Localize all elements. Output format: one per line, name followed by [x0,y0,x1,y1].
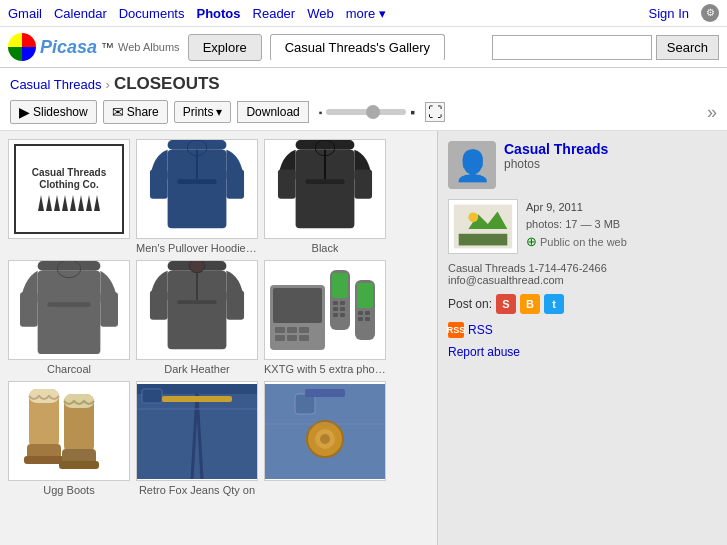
download-button[interactable]: Download [237,101,308,123]
nav-documents[interactable]: Documents [119,6,185,21]
svg-rect-69 [305,389,345,397]
list-item[interactable]: Casual ThreadsClothing Co. [8,139,130,254]
slideshow-icon: ▶ [19,104,30,120]
signin-link[interactable]: Sign In [649,6,689,21]
svg-rect-17 [100,292,118,326]
svg-rect-29 [275,327,285,333]
nav-gmail[interactable]: Gmail [8,6,42,21]
svg-rect-19 [47,302,90,307]
svg-rect-6 [177,179,216,184]
breadcrumb-parent[interactable]: Casual Threads [10,77,102,92]
slideshow-button[interactable]: ▶ Slideshow [10,100,97,124]
svg-rect-73 [459,234,508,246]
top-navigation: Gmail Calendar Documents Photos Reader W… [0,0,727,27]
phones-svg [265,265,385,355]
share-button[interactable]: ✉ Share [103,100,168,124]
nav-more[interactable]: more ▾ [346,6,386,21]
profile-name[interactable]: Casual Threads [504,141,608,157]
svg-rect-13 [305,179,344,184]
social-button-search[interactable]: S [496,294,516,314]
hoodie-blue-svg [137,140,257,238]
post-on-row: Post on: S B t [448,294,717,314]
slider-track[interactable] [326,109,406,115]
list-item[interactable] [264,381,386,496]
svg-rect-63 [162,396,232,402]
nav-photos[interactable]: Photos [196,6,240,21]
avatar: 👤 [448,141,496,189]
svg-rect-14 [38,261,101,271]
svg-rect-33 [287,335,297,341]
rss-icon: RSS [448,322,464,338]
svg-rect-3 [226,169,244,198]
list-item[interactable]: Retro Fox Jeans Qty on [136,381,258,496]
prints-button[interactable]: Prints ▾ [174,101,232,123]
list-item[interactable]: Men's Pullover Hoodie 320 [136,139,258,254]
size-slider[interactable]: ▪ ▪ [319,104,416,120]
search-button[interactable]: Search [656,35,719,60]
photo-thumb-denim[interactable] [264,381,386,481]
nav-calendar[interactable]: Calendar [54,6,107,21]
list-item[interactable]: KXTG with 5 extra phones [264,260,386,375]
slideshow-label: Slideshow [33,105,88,119]
svg-rect-45 [358,311,363,315]
download-label: Download [246,105,299,119]
post-on-label: Post on: [448,297,492,311]
svg-rect-30 [287,327,297,333]
hoodie-dark-svg [137,261,257,359]
rss-link[interactable]: RSS RSS [448,322,717,338]
search-box: Search [492,35,719,60]
album-thumb-svg [449,199,517,254]
svg-rect-41 [333,313,338,317]
list-item[interactable]: Ugg Boots [8,381,130,496]
photo-thumb-dark-hoodie[interactable] [136,260,258,360]
profile-sub: photos [504,157,608,171]
photo-label-boots: Ugg Boots [43,484,94,496]
search-input[interactable] [492,35,652,60]
tab-gallery[interactable]: Casual Threads's Gallery [270,34,445,61]
share-label: Share [127,105,159,119]
svg-rect-36 [332,273,348,298]
list-item[interactable]: Dark Heather [136,260,258,375]
profile-info: Casual Threads photos [504,141,608,171]
social-button-twitter[interactable]: t [544,294,564,314]
main-content: Casual ThreadsClothing Co. [0,131,727,545]
gear-icon[interactable]: ⚙ [701,4,719,22]
rss-label: RSS [468,323,493,337]
report-abuse-link[interactable]: Report abuse [448,345,520,359]
photo-label-phones: KXTG with 5 extra phones [264,363,386,375]
nav-reader[interactable]: Reader [253,6,296,21]
svg-rect-7 [296,140,355,150]
social-button-blogger[interactable]: B [520,294,540,314]
album-public: ⊕ Public on the web [526,232,627,252]
svg-rect-22 [150,290,168,319]
forward-icon[interactable]: » [707,102,717,123]
svg-rect-39 [333,307,338,311]
svg-rect-26 [177,300,216,304]
expand-button[interactable]: ⛶ [425,102,445,122]
photo-thumb-phones[interactable] [264,260,386,360]
svg-rect-28 [273,288,322,323]
svg-rect-37 [333,301,338,305]
tab-explore[interactable]: Explore [188,34,262,61]
photo-thumb-jeans[interactable] [136,381,258,481]
nav-web[interactable]: Web [307,6,334,21]
photo-label-black-hoodie: Black [312,242,339,254]
photo-thumb-charcoal-hoodie[interactable] [8,260,130,360]
photo-thumb-blue-hoodie[interactable] [136,139,258,239]
svg-point-74 [468,212,478,222]
slider-thumb[interactable] [366,105,380,119]
svg-rect-62 [142,389,162,403]
svg-rect-44 [357,283,373,308]
list-item[interactable]: Charcoal [8,260,130,375]
list-item[interactable]: Black [264,139,386,254]
svg-rect-40 [340,307,345,311]
photo-thumb-logo[interactable]: Casual ThreadsClothing Co. [8,139,130,239]
photo-thumb-boots[interactable] [8,381,130,481]
album-info-row: Apr 9, 2011 photos: 17 — 3 MB ⊕ Public o… [448,199,717,254]
photo-label-blue-hoodie: Men's Pullover Hoodie 320 [136,242,258,254]
photo-thumb-black-hoodie[interactable] [264,139,386,239]
toolbar: ▶ Slideshow ✉ Share Prints ▾ Download ▪ … [0,96,727,131]
jeans-svg [137,384,257,479]
sidebar-profile: 👤 Casual Threads photos [448,141,717,189]
album-thumbnail[interactable] [448,199,518,254]
